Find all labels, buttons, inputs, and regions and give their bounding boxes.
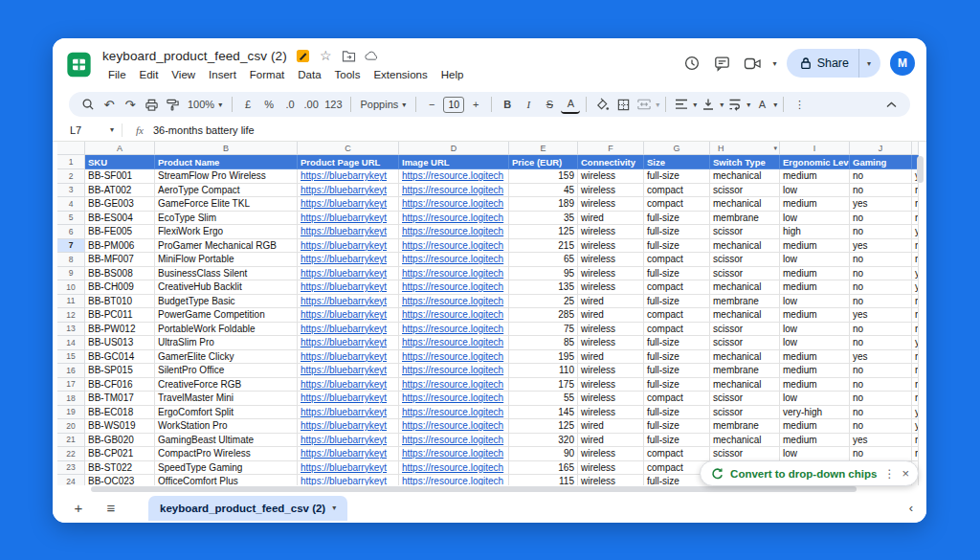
cell-name[interactable]: UltraSlim Pro <box>155 336 298 350</box>
cell-k-sliver[interactable]: no <box>912 197 919 212</box>
cell-sku[interactable]: BB-BT010 <box>85 295 155 309</box>
cell-gaming[interactable]: no <box>850 295 912 309</box>
cell-ergonomic[interactable]: low <box>780 447 850 461</box>
cell-sku[interactable]: BB-GC014 <box>85 350 155 365</box>
sheets-logo-icon[interactable] <box>66 52 92 78</box>
menu-data[interactable]: Data <box>292 67 326 82</box>
image-url-link[interactable]: https://resource.logitech <box>399 184 509 198</box>
cell-k-sliver[interactable]: no <box>912 253 919 267</box>
cell-sku[interactable]: BB-FE005 <box>85 225 155 239</box>
cell-ergonomic[interactable]: high <box>780 225 850 239</box>
row-header-7[interactable]: 7 <box>57 239 85 254</box>
menu-edit[interactable]: Edit <box>134 67 165 82</box>
cell-ergonomic[interactable]: low <box>780 336 850 350</box>
cell-gaming[interactable]: no <box>850 364 912 378</box>
cell-price[interactable]: 320 <box>509 434 578 448</box>
cell-connectivity[interactable]: wireless <box>578 364 644 378</box>
name-box[interactable]: L7 ▾ <box>53 124 122 136</box>
cell-ergonomic[interactable]: medium <box>780 308 850 323</box>
cell-price[interactable]: 125 <box>509 225 578 239</box>
cell-name[interactable]: OfficeComfort Plus <box>155 475 298 485</box>
cell-switch[interactable]: mechanical <box>710 434 780 448</box>
menu-insert[interactable]: Insert <box>203 67 242 82</box>
cell-k-sliver[interactable]: no <box>912 184 919 198</box>
cell-switch[interactable]: mechanical <box>710 378 780 392</box>
cell-k-sliver[interactable]: yes <box>912 225 919 239</box>
cell-ergonomic[interactable]: very-high <box>780 406 850 420</box>
cell-connectivity[interactable]: wireless <box>578 475 644 485</box>
cell-sku[interactable]: BB-TM017 <box>85 392 155 406</box>
column-header-C[interactable]: C <box>298 142 399 155</box>
cell-price[interactable]: 25 <box>509 295 578 309</box>
decrease-decimal-button[interactable]: .0 <box>280 95 300 114</box>
cell-size[interactable]: full-size <box>644 364 710 378</box>
cell-size[interactable]: full-size <box>644 434 710 448</box>
cell-k-sliver[interactable]: yes <box>912 336 919 350</box>
cell-sku[interactable]: BB-PC011 <box>85 308 155 323</box>
meet-camera-icon[interactable] <box>743 53 764 74</box>
cell-size[interactable]: full-size <box>644 336 710 350</box>
row-header-16[interactable]: 16 <box>57 364 85 378</box>
cell-price[interactable]: 125 <box>509 419 578 434</box>
cell-k-sliver[interactable]: yes <box>912 406 919 420</box>
row-header-20[interactable]: 20 <box>57 419 85 434</box>
version-history-icon[interactable] <box>681 53 702 74</box>
horizontal-scrollbar[interactable] <box>53 485 926 493</box>
cell-ergonomic[interactable]: medium <box>780 169 850 184</box>
cell-sku[interactable]: BB-CH009 <box>85 280 155 295</box>
cell-ergonomic[interactable]: medium <box>780 434 850 448</box>
image-url-link[interactable]: https://resource.logitech <box>399 308 509 323</box>
cell-sku[interactable]: BB-MF007 <box>85 253 155 267</box>
cell-ergonomic[interactable]: medium <box>780 378 850 392</box>
product-url-link[interactable]: https://bluebarrykeyt <box>298 197 399 212</box>
cell-gaming[interactable]: no <box>850 392 912 406</box>
row-header-3[interactable]: 3 <box>57 184 85 198</box>
text-color-button[interactable]: A <box>561 95 580 114</box>
cell-sku[interactable]: BB-SP015 <box>85 364 155 378</box>
image-url-link[interactable]: https://resource.logitech <box>399 267 509 281</box>
product-url-link[interactable]: https://bluebarrykeyt <box>298 267 399 281</box>
cell-gaming[interactable]: no <box>850 406 912 420</box>
cell-price[interactable]: 165 <box>509 461 578 476</box>
cell-name[interactable]: EcoType Slim <box>155 212 298 226</box>
cell-size[interactable]: compact <box>644 197 710 212</box>
cell-connectivity[interactable]: wireless <box>578 225 644 239</box>
cell-k-sliver[interactable]: no <box>912 364 919 378</box>
cell-name[interactable]: CreativeHub Backlit <box>155 280 298 295</box>
avatar[interactable]: M <box>890 51 915 76</box>
product-url-link[interactable]: https://bluebarrykeyt <box>298 308 399 323</box>
column-header-B[interactable]: B <box>155 142 298 155</box>
cell-connectivity[interactable]: wireless <box>578 253 644 267</box>
cell-connectivity[interactable]: wired <box>578 350 644 365</box>
add-sheet-icon[interactable]: + <box>66 496 91 521</box>
cell-switch[interactable]: membrane <box>710 419 780 434</box>
column-header-k-sliver[interactable] <box>912 142 919 155</box>
cell-k-sliver[interactable]: no <box>912 323 919 337</box>
cell-price[interactable]: 175 <box>509 378 578 392</box>
name-box-caret-icon[interactable]: ▾ <box>110 125 114 134</box>
cell-name[interactable]: TravelMaster Mini <box>155 392 298 406</box>
cell-k-sliver[interactable]: no <box>912 212 919 226</box>
search-icon[interactable] <box>78 95 98 114</box>
image-url-link[interactable]: https://resource.logitech <box>399 350 509 365</box>
cell-size[interactable]: full-size <box>644 212 710 226</box>
cell-sku[interactable]: BB-CP021 <box>85 447 155 461</box>
row-header-11[interactable]: 11 <box>57 295 85 309</box>
comments-icon[interactable] <box>712 53 733 74</box>
cell-connectivity[interactable]: wired <box>578 212 644 226</box>
cell-ergonomic[interactable]: low <box>780 392 850 406</box>
image-url-link[interactable]: https://resource.logitech <box>399 434 509 448</box>
cell-name[interactable]: ProGamer Mechanical RGB <box>155 239 298 254</box>
product-url-link[interactable]: https://bluebarrykeyt <box>298 434 399 448</box>
product-url-link[interactable]: https://bluebarrykeyt <box>298 378 399 392</box>
cell-switch[interactable]: mechanical <box>710 197 780 212</box>
cell-size[interactable]: full-size <box>644 169 710 184</box>
cell-connectivity[interactable]: wireless <box>578 184 644 198</box>
product-url-link[interactable]: https://bluebarrykeyt <box>298 392 399 406</box>
cell-connectivity[interactable]: wired <box>578 308 644 323</box>
row-header-12[interactable]: 12 <box>57 308 85 323</box>
cell-name[interactable]: SpeedType Gaming <box>155 461 298 476</box>
cell-connectivity[interactable]: wireless <box>578 461 644 476</box>
cell-name[interactable]: SilentPro Office <box>155 364 298 378</box>
merge-cells-icon[interactable] <box>635 95 654 114</box>
